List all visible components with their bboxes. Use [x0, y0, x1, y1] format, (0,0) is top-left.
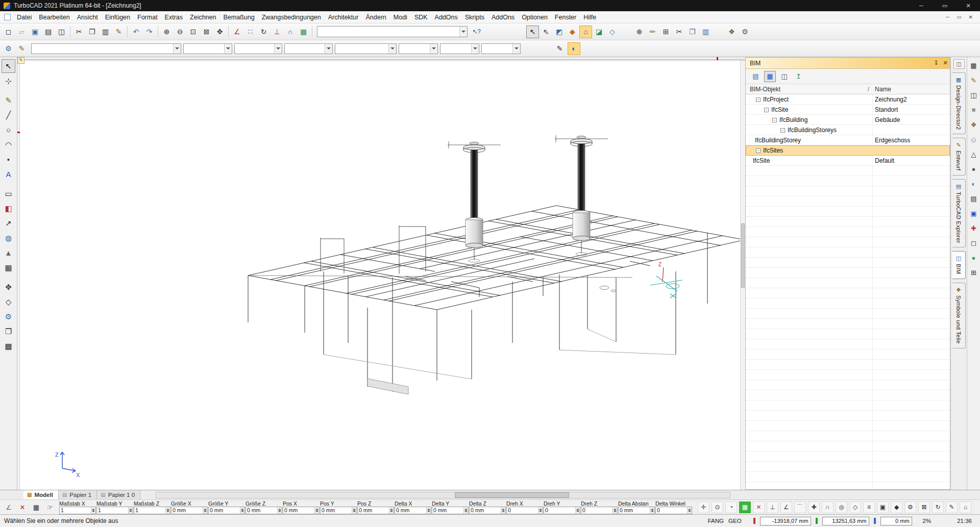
chevron-down-icon[interactable] [274, 44, 282, 54]
tab-entwurf[interactable]: ✎ Entwurf [952, 138, 966, 175]
field-value[interactable]: 0 mm [470, 507, 501, 514]
active-palette-button[interactable]: ▣ [968, 208, 979, 219]
zoom-selection-button[interactable]: ⊕ [633, 26, 646, 38]
ortho-button[interactable]: ⊥ [271, 26, 283, 38]
spinner-icon[interactable] [463, 507, 468, 514]
coord-table-button[interactable]: ▦ [30, 501, 42, 513]
format-props-button[interactable]: ⚙ [2, 42, 15, 55]
style-brush-button[interactable]: ✏ [646, 26, 659, 38]
geometry-palette-button[interactable]: △ [968, 149, 979, 160]
field-value[interactable]: 1 [60, 507, 91, 514]
spinner-icon[interactable] [650, 507, 654, 514]
maximize-button[interactable]: ▭ [933, 0, 957, 11]
tab-symbole-und-teile[interactable]: ❖ Symbole und Teile [952, 283, 966, 348]
x-coordinate-box[interactable]: -13918,07 mm [760, 517, 811, 525]
tab-turbocad-explorer[interactable]: ▤ TurboCAD Explorer [952, 179, 966, 248]
child-close-button[interactable]: ✕ [969, 14, 973, 20]
column-2[interactable] [555, 135, 616, 292]
spinner-icon[interactable] [575, 507, 580, 514]
snap-midpoint-button[interactable]: ◇ [849, 501, 861, 513]
y-coordinate-box[interactable]: 13251,63 mm [822, 517, 869, 525]
hatch-combo[interactable] [399, 43, 438, 54]
spinner-icon[interactable] [203, 507, 207, 514]
library-palette-button[interactable]: ◻ [968, 238, 979, 248]
cut-alt-button[interactable]: ✂ [673, 26, 685, 38]
menu-item[interactable]: SDK [411, 12, 431, 22]
bim-selector-button[interactable]: ⌂ [579, 26, 592, 38]
geo-mode-toggle[interactable]: GEO [728, 518, 742, 524]
render-palette-button[interactable]: ◐ [968, 179, 979, 189]
drawing-canvas[interactable]: ✎ [17, 57, 745, 490]
browser-palette-button[interactable]: ▤ [968, 193, 979, 204]
bim-row-ifcproject[interactable]: - IfcProject Zeichnung2 [746, 94, 950, 105]
linetype-combo[interactable] [284, 43, 333, 54]
blocks-palette-button[interactable]: ❖ [968, 119, 979, 130]
spinner-icon[interactable] [501, 507, 505, 514]
menu-item[interactable]: Hilfe [580, 12, 600, 22]
scrollbar-thumb[interactable] [455, 492, 570, 498]
menu-item[interactable]: Ansicht [74, 12, 102, 22]
pens-palette-button[interactable]: ✎ [968, 75, 979, 86]
spinner-icon[interactable] [240, 507, 244, 514]
chevron-down-icon[interactable] [430, 44, 437, 54]
field-input[interactable]: 0 mm [320, 507, 357, 514]
windows-palette-button[interactable]: ◫ [968, 90, 979, 101]
menu-item[interactable]: Ändern [362, 12, 389, 22]
face-selector-button[interactable]: ◪ [593, 26, 605, 38]
child-minimize-button[interactable]: ─ [946, 14, 949, 20]
options-tool[interactable]: ⚙ [2, 310, 15, 323]
chevron-down-icon[interactable] [325, 44, 332, 54]
field-input[interactable]: 0 [544, 507, 580, 514]
select-button[interactable]: ↖ [526, 26, 539, 38]
print-preview-button[interactable]: ◫ [55, 26, 68, 38]
menu-item[interactable]: Modi [390, 12, 411, 22]
field-value[interactable]: 0 mm [321, 507, 352, 514]
snap-intersection-button[interactable]: ✚ [808, 501, 820, 513]
field-value[interactable]: 0 mm [209, 507, 240, 514]
dim-style-combo[interactable] [481, 43, 521, 54]
spinner-icon[interactable] [277, 507, 282, 514]
rect-select-button[interactable]: ⇖ [540, 26, 552, 38]
arc-tool[interactable]: ◠ [2, 138, 15, 152]
snap-parallel-button[interactable]: ≡ [863, 501, 875, 513]
copy-array-tool[interactable]: ❐ [2, 324, 15, 338]
shape-tool[interactable]: ◇ [2, 295, 15, 309]
dimension-tool[interactable]: ↗ [2, 216, 15, 230]
field-input[interactable]: 0 mm [357, 507, 394, 514]
layer-combo[interactable] [183, 43, 232, 54]
circle-tool[interactable]: ○ [2, 123, 15, 137]
selector-2d-button[interactable]: ◩ [553, 26, 566, 38]
snap-perpendicular-button[interactable]: ⊥ [767, 501, 778, 513]
table-palette-button[interactable]: ⊞ [968, 267, 979, 278]
snap-quadrant-button[interactable]: ◔ [725, 501, 737, 513]
spinner-icon[interactable] [389, 507, 394, 514]
zoom-out-button[interactable]: ⊖ [174, 26, 186, 38]
line-tool[interactable]: ╱ [2, 108, 15, 122]
zoom-window-button[interactable]: ⊡ [187, 26, 200, 38]
paste-button[interactable]: ▥ [99, 26, 112, 38]
angle-mode-button[interactable]: ∠ [3, 501, 15, 513]
insert-object-tool[interactable]: ▭ [2, 187, 15, 200]
spinner-icon[interactable] [128, 507, 133, 514]
spinner-icon[interactable] [165, 507, 170, 514]
field-input[interactable]: 0 [655, 507, 692, 514]
menu-item[interactable]: Optionen [518, 12, 551, 22]
vertical-scrollbar[interactable] [740, 60, 745, 490]
copy-button[interactable]: ❐ [86, 26, 99, 38]
child-restore-button[interactable]: ▭ [957, 14, 961, 20]
bim-export-button[interactable]: ↥ [793, 71, 804, 82]
z-coordinate-box[interactable]: 0 mm [880, 517, 912, 525]
bim-report-button[interactable]: ▤ [750, 71, 762, 82]
style-combo[interactable] [31, 43, 181, 54]
pen-edit-button[interactable]: ✎ [553, 42, 566, 55]
add-palette-button[interactable]: ✚ [968, 223, 979, 234]
undo-button[interactable]: ↶ [130, 26, 142, 38]
selector-3d-button[interactable]: ◆ [566, 26, 579, 38]
redo-button[interactable]: ↷ [143, 26, 156, 38]
new-button[interactable]: ◻ [2, 26, 15, 38]
angle-snap-button[interactable]: ∠ [231, 26, 243, 38]
menu-item[interactable]: Extras [161, 12, 186, 22]
menu-item[interactable]: Bemaßung [219, 12, 258, 22]
paste-alt-button[interactable]: ▥ [699, 26, 712, 38]
field-value[interactable]: 0 [544, 507, 575, 514]
